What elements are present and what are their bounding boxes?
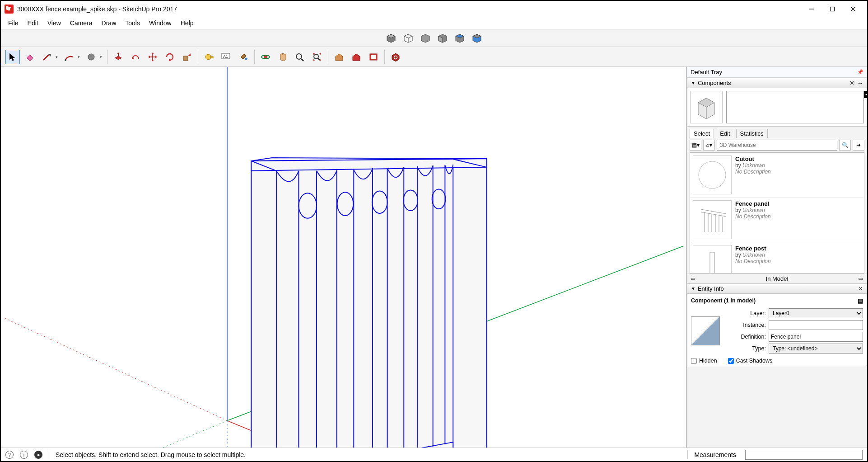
svg-marker-25 — [117, 52, 120, 54]
nav-back-icon[interactable]: ⇦ — [691, 275, 695, 282]
offset-tool[interactable] — [128, 50, 143, 64]
close-panel-icon[interactable]: ✕ — [849, 80, 854, 86]
menu-camera[interactable]: Camera — [65, 19, 97, 28]
scale-tool[interactable] — [180, 50, 194, 64]
svg-point-90 — [699, 161, 726, 189]
eraser-tool[interactable] — [23, 50, 37, 64]
cast-shadows-checkbox[interactable]: Cast Shadows — [728, 358, 773, 364]
dropdown-icon[interactable]: ▾ — [100, 55, 102, 59]
style-monochrome-icon[interactable] — [453, 32, 467, 44]
svg-marker-53 — [353, 54, 360, 61]
text-tool[interactable]: A1 — [219, 50, 233, 64]
hidden-checkbox[interactable]: Hidden — [691, 358, 717, 364]
style-wireframe-icon[interactable] — [401, 32, 415, 44]
pan-tool[interactable] — [275, 50, 290, 64]
viewport[interactable] — [1, 67, 686, 448]
dropdown-icon[interactable]: ▾ — [78, 55, 80, 59]
move-tool[interactable] — [145, 50, 160, 64]
extension-manager-tool[interactable] — [388, 50, 403, 64]
components-list[interactable]: Cutout by Unknown No Description Fence p… — [690, 152, 864, 273]
maximize-button[interactable] — [822, 2, 843, 16]
extension-warehouse-tool[interactable] — [349, 50, 364, 64]
svg-marker-52 — [336, 54, 343, 61]
orbit-tool[interactable] — [258, 50, 273, 64]
add-description-icon[interactable]: ✚ — [864, 91, 867, 98]
menu-help[interactable]: Help — [176, 19, 198, 28]
svg-text:A1: A1 — [223, 54, 228, 59]
arc-tool[interactable] — [62, 50, 76, 64]
style-shaded-textures-icon[interactable] — [435, 32, 450, 44]
menu-edit[interactable]: Edit — [23, 19, 43, 28]
home-icon[interactable]: ⌂▾ — [703, 140, 715, 151]
close-panel-icon[interactable]: ✕ — [858, 285, 863, 292]
list-item[interactable]: Fence panel by Unknown No Description — [690, 198, 864, 242]
type-select[interactable]: Type: <undefined> — [769, 344, 863, 354]
style-hidden-line-icon[interactable] — [418, 32, 433, 44]
tray-title[interactable]: Default Tray 📌 — [687, 67, 867, 78]
measurements-label: Measurements — [694, 451, 736, 458]
list-item[interactable]: Cutout by Unknown No Description — [690, 153, 864, 198]
collapse-icon: ▼ — [691, 286, 695, 291]
entity-menu-icon[interactable]: ▤ — [858, 297, 863, 304]
instance-field[interactable] — [769, 320, 863, 330]
style-shaded-icon[interactable] — [384, 32, 398, 44]
layer-select[interactable]: Layer0 — [769, 308, 863, 318]
type-label: Type: — [724, 345, 766, 352]
style-xray-icon[interactable] — [470, 32, 484, 44]
component-thumbnail[interactable] — [690, 91, 723, 123]
component-desc: No Description — [735, 169, 771, 175]
tape-measure-tool[interactable] — [202, 50, 216, 64]
svg-marker-32 — [155, 56, 157, 58]
zoom-tool[interactable] — [293, 50, 307, 64]
dropdown-icon[interactable]: ▾ — [56, 55, 58, 59]
select-tool[interactable] — [5, 50, 20, 64]
help-icon[interactable]: ? — [5, 451, 14, 459]
zoom-extents-tool[interactable] — [310, 50, 324, 64]
shapes-tool[interactable] — [84, 50, 98, 64]
geolocation-icon[interactable]: ● — [34, 451, 42, 459]
component-description-field[interactable]: ✚ — [726, 91, 864, 123]
menu-window[interactable]: Window — [145, 19, 176, 28]
svg-point-42 — [264, 55, 267, 59]
search-input[interactable] — [717, 140, 837, 151]
warehouse-tool[interactable] — [332, 50, 346, 64]
components-tabs: Select Edit Statistics — [687, 127, 867, 138]
measurements-field[interactable] — [745, 450, 863, 460]
svg-rect-99 — [710, 252, 714, 273]
info-icon[interactable]: i — [20, 451, 28, 459]
pushpull-tool[interactable] — [111, 50, 126, 64]
rotate-tool[interactable] — [163, 50, 177, 64]
search-icon[interactable]: 🔍 — [839, 140, 851, 151]
menu-file[interactable]: File — [4, 19, 23, 28]
minimize-button[interactable] — [801, 2, 822, 16]
panel-menu-icon[interactable]: ↔ — [857, 80, 863, 86]
pin-icon[interactable]: 📌 — [857, 69, 863, 75]
components-preview: ✚ — [687, 88, 867, 127]
svg-marker-35 — [188, 53, 191, 56]
svg-line-19 — [43, 55, 49, 60]
tab-statistics[interactable]: Statistics — [736, 129, 768, 138]
layout-tool[interactable] — [366, 50, 381, 64]
close-button[interactable] — [843, 2, 863, 16]
nav-forward-icon[interactable]: ⇨ — [859, 275, 863, 282]
components-panel-header[interactable]: ▼ Components ✕ ↔ — [687, 78, 867, 88]
menu-tools[interactable]: Tools — [121, 19, 145, 28]
svg-point-44 — [296, 54, 302, 59]
view-options-icon[interactable]: ▤▾ — [690, 140, 701, 151]
tab-edit[interactable]: Edit — [716, 129, 734, 138]
tab-select[interactable]: Select — [690, 129, 714, 138]
menu-view[interactable]: View — [43, 19, 65, 28]
menu-draw[interactable]: Draw — [97, 19, 121, 28]
entity-info-body: Component (1 in model) ▤ Layer: Layer0 I… — [687, 294, 867, 366]
component-author: by Unknown — [735, 207, 771, 213]
entity-info-panel-header[interactable]: ▼ Entity Info ✕ — [687, 283, 867, 294]
definition-field[interactable] — [769, 332, 863, 342]
material-swatch[interactable] — [691, 316, 720, 345]
paint-bucket-tool[interactable] — [236, 50, 251, 64]
svg-marker-66 — [251, 161, 276, 448]
entity-info-title: Entity Info — [698, 285, 724, 292]
line-tool[interactable] — [40, 50, 54, 64]
list-item[interactable]: Fence post by Unknown No Description — [690, 242, 864, 273]
forward-icon[interactable]: ➜ — [853, 140, 864, 151]
component-desc: No Description — [735, 213, 771, 220]
